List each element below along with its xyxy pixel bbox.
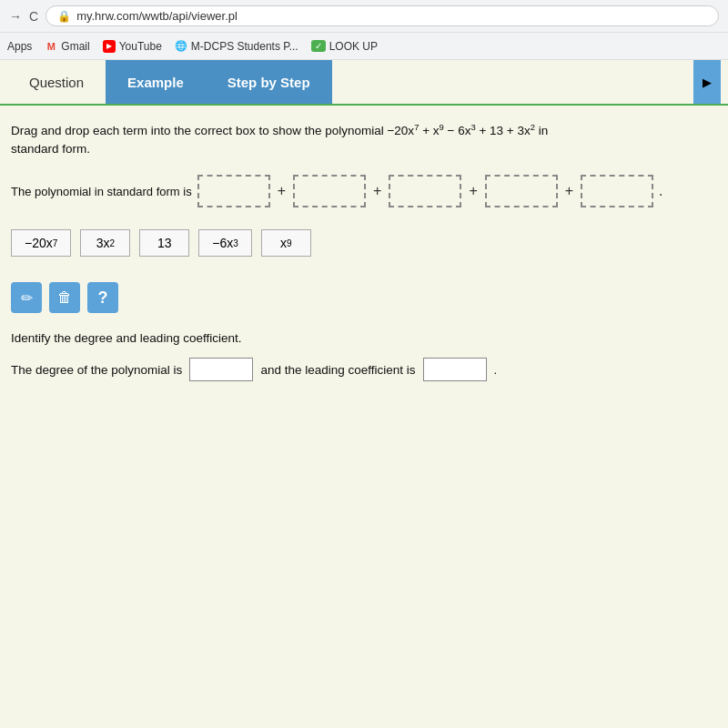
- tab-step-by-step[interactable]: Step by Step: [206, 60, 332, 104]
- tab-example[interactable]: Example: [106, 60, 206, 104]
- youtube-label: YouTube: [119, 40, 162, 53]
- drop-box-5[interactable]: [581, 175, 653, 207]
- help-button[interactable]: ?: [87, 282, 118, 313]
- page-content: Drag and drop each term into the correct…: [0, 106, 728, 396]
- instructions: Drag and drop each term into the correct…: [11, 120, 717, 158]
- apps-label: Apps: [7, 40, 32, 53]
- lookup-label: LOOK UP: [329, 40, 378, 53]
- tab-next-button[interactable]: ▶: [693, 60, 721, 104]
- std-form-label: The polynomial in standard form is: [11, 185, 192, 198]
- bookmark-apps[interactable]: Apps: [7, 40, 32, 53]
- gmail-label: Gmail: [61, 40, 89, 53]
- edit-button[interactable]: ✏: [11, 282, 42, 313]
- term-tile-2[interactable]: 13: [139, 229, 189, 257]
- help-icon: ?: [98, 288, 108, 308]
- plus-3: +: [467, 183, 479, 199]
- edit-icon: ✏: [21, 289, 33, 307]
- degree-prefix: The degree of the polynomial is: [11, 363, 182, 377]
- degree-row: The degree of the polynomial is and the …: [11, 358, 717, 381]
- plus-1: +: [276, 183, 288, 199]
- drop-box-1[interactable]: [197, 175, 270, 207]
- instructions-line1: Drag and drop each term into the correct…: [11, 124, 548, 137]
- action-icons: ✏ 🗑 ?: [11, 282, 717, 313]
- lock-icon: 🔒: [57, 10, 71, 23]
- tabs-bar: Question Example Step by Step ▶: [0, 60, 728, 106]
- drop-box-3[interactable]: [389, 175, 461, 207]
- std-form-row: The polynomial in standard form is + + +…: [11, 175, 717, 207]
- refresh-button[interactable]: C: [29, 9, 38, 24]
- term-tile-3[interactable]: −6x3: [198, 229, 252, 257]
- tab-question[interactable]: Question: [7, 60, 106, 104]
- url-text: my.hrw.com/wwtb/api/viewer.pl: [76, 9, 238, 23]
- content-area: Question Example Step by Step ▶ Drag and…: [0, 60, 728, 728]
- drop-box-4[interactable]: [485, 175, 558, 207]
- gmail-icon: M: [45, 40, 57, 53]
- term-tile-0[interactable]: −20x7: [11, 229, 71, 257]
- bookmark-lookup[interactable]: ✓ LOOK UP: [311, 40, 378, 53]
- mdcps-icon: 🌐: [175, 40, 187, 53]
- bookmark-mdcps[interactable]: 🌐 M-DCPS Students P...: [175, 40, 298, 53]
- term-tile-4[interactable]: x9: [261, 229, 311, 257]
- period: .: [659, 183, 662, 199]
- youtube-icon: ▶: [103, 40, 116, 53]
- mdcps-label: M-DCPS Students P...: [191, 40, 298, 53]
- back-button[interactable]: →: [9, 9, 22, 24]
- degree-suffix: .: [494, 363, 498, 377]
- delete-button[interactable]: 🗑: [49, 282, 80, 313]
- url-bar[interactable]: 🔒 my.hrw.com/wwtb/api/viewer.pl: [46, 5, 719, 26]
- identify-section: Identify the degree and leading coeffici…: [11, 331, 717, 345]
- bookmark-youtube[interactable]: ▶ YouTube: [103, 40, 162, 53]
- term-tile-1[interactable]: 3x2: [80, 229, 130, 257]
- plus-2: +: [371, 183, 383, 199]
- degree-input[interactable]: [189, 358, 253, 381]
- identify-label: Identify the degree and leading coeffici…: [11, 331, 241, 345]
- drop-box-2[interactable]: [293, 175, 366, 207]
- degree-middle: and the leading coefficient is: [260, 363, 415, 377]
- instructions-line2: standard form.: [11, 142, 90, 156]
- lookup-icon: ✓: [311, 40, 326, 52]
- plus-4: +: [563, 183, 575, 199]
- bookmark-gmail[interactable]: M Gmail: [45, 40, 89, 53]
- bookmarks-bar: Apps M Gmail ▶ YouTube 🌐 M-DCPS Students…: [0, 33, 728, 60]
- terms-row: −20x7 3x2 13 −6x3 x9: [11, 229, 717, 257]
- leading-coeff-input[interactable]: [423, 358, 487, 381]
- browser-chrome: → C 🔒 my.hrw.com/wwtb/api/viewer.pl: [0, 0, 728, 33]
- delete-icon: 🗑: [57, 289, 72, 306]
